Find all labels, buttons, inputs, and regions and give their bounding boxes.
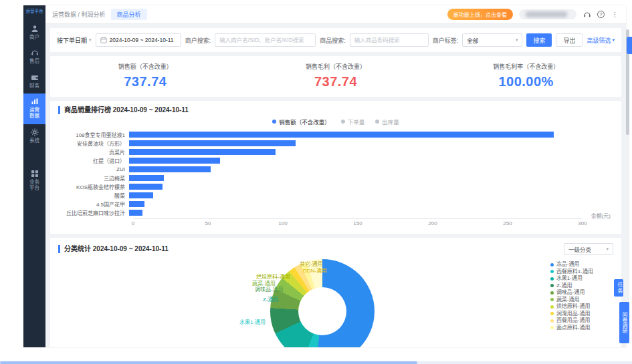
- pie-label: 调味品-通用: [255, 285, 284, 293]
- sidebar-item-label: 运营数据: [29, 107, 40, 120]
- bar[interactable]: [129, 192, 153, 198]
- legend-label: 西餐原料1-通用: [556, 268, 593, 276]
- sidebar-item-label: 系统: [29, 138, 40, 144]
- survey-side-tab[interactable]: 问卷调研: [619, 302, 629, 343]
- bar[interactable]: [129, 175, 164, 181]
- donut-legend-item[interactable]: 面点原料-通用: [550, 325, 593, 332]
- bar[interactable]: [129, 210, 142, 216]
- bar-category-label: 4.5国产花甲: [58, 200, 129, 208]
- legend-dot-icon: [375, 120, 379, 124]
- sidebar-item-system[interactable]: 系统: [23, 124, 45, 148]
- product-ranking-card: 商品销量排行榜 2024-10-09 ~ 2024-10-11 销售额（不含改重…: [50, 101, 621, 234]
- bar[interactable]: [129, 132, 554, 138]
- stat-value: 737.74: [241, 74, 431, 89]
- donut-legend-item[interactable]: 烘焙原料-通用: [550, 303, 593, 311]
- bar-category-label: 108食堂专用蛋挞液1: [58, 131, 129, 138]
- user-phone-masked[interactable]: [519, 9, 576, 19]
- donut-legend-item[interactable]: 西餐用品-通用: [550, 317, 593, 325]
- customer-service-icon[interactable]: [583, 10, 591, 19]
- legend-dot-icon: [550, 263, 554, 266]
- search-button[interactable]: 搜索: [526, 33, 552, 47]
- chevron-down-icon: ▾: [516, 37, 518, 43]
- bar-row: KOS瓶装金桔柠檬茶: [58, 182, 583, 191]
- legend-item[interactable]: 下单量: [341, 118, 365, 126]
- bar-category-label: 丘比培煎芝麻口味沙拉汁: [58, 209, 129, 216]
- floating-side-tab[interactable]: [627, 37, 632, 54]
- bar-category-label: 安佳黄油块（方形）: [58, 140, 129, 147]
- pie-chart-title: 分类统计 2024-10-09 ~ 2024-10-11: [58, 245, 169, 253]
- category-stats-card: 分类统计 2024-10-09 ~ 2024-10-11 一级分类 ▾ 其它-通…: [50, 238, 621, 347]
- sidebar-item-merchant[interactable]: 商户: [23, 21, 45, 45]
- gear-icon: [31, 128, 39, 136]
- more-menu-icon[interactable]: ⋮: [611, 10, 619, 19]
- bar-row: 酸菜: [58, 191, 583, 200]
- bar-row: 108食堂专用蛋挞液1: [58, 130, 583, 139]
- bar[interactable]: [129, 149, 276, 155]
- stat-label: 销售额（不含改重）: [50, 62, 241, 71]
- vertical-scrollbar[interactable]: [626, 29, 629, 342]
- bar-row: 红提（进口）: [58, 156, 583, 165]
- task-side-tab[interactable]: 任务: [614, 279, 623, 297]
- donut-legend-item[interactable]: 蔬菜-通用: [550, 297, 593, 304]
- legend-dot-icon: [550, 277, 554, 281]
- calendar-icon: [100, 37, 107, 43]
- x-axis-unit-label: 金额(元): [591, 212, 611, 219]
- date-type-select[interactable]: 按下单日期 ▾: [57, 36, 92, 45]
- merchant-search-input[interactable]: [215, 33, 316, 47]
- chevron-down-icon: ▾: [89, 37, 92, 43]
- sidebar-item-finance[interactable]: 财务: [23, 69, 45, 94]
- sidebar-item-aftersales[interactable]: 售后: [23, 45, 45, 69]
- pie-label: Z-通用: [263, 295, 279, 303]
- donut-legend-item[interactable]: 西餐原料1-通用: [550, 268, 593, 276]
- donut-hole: [298, 287, 346, 335]
- legend-label: Z-通用: [556, 283, 572, 290]
- legend-item[interactable]: 销售额（不含改重）: [272, 118, 330, 126]
- axis-tick: 100: [278, 220, 287, 226]
- bar-track: [129, 201, 583, 207]
- tab-product-analysis[interactable]: 商品分析: [111, 9, 147, 20]
- export-button[interactable]: 导出: [556, 33, 583, 47]
- bar[interactable]: [129, 166, 211, 172]
- category-level-select[interactable]: 一级分类 ▾: [564, 243, 613, 255]
- bar[interactable]: [129, 140, 296, 146]
- bar-category-label: KOS瓶装金桔柠檬茶: [58, 183, 129, 190]
- legend-dot-icon: [550, 326, 554, 329]
- scrollbar-thumb[interactable]: [0, 361, 417, 364]
- advanced-filter-link[interactable]: 高级筛选 ▾: [587, 36, 615, 45]
- bar[interactable]: [129, 201, 144, 207]
- pie-chart-area: 其它-通用 DDN-通用 烘焙原料-通用 蔬菜-通用 调味品-通用 Z-通用 水…: [58, 259, 613, 347]
- bar-chart: 108食堂专用蛋挞液1安佳黄油块（方形）贡菜片红提（进口）ZUI三边梅菜KOS瓶…: [58, 130, 613, 228]
- horizontal-scrollbar[interactable]: [0, 361, 632, 364]
- bar-category-label: 酸菜: [58, 192, 129, 199]
- legend-label: 面点原料-通用: [556, 325, 591, 332]
- sidebar-item-business-platform[interactable]: 业务平台: [23, 166, 45, 196]
- app-window: 运营平台 商户 售后 财务 运营数据 系统 业务平台 运营数据 / 利润分析: [23, 5, 626, 347]
- product-search-input[interactable]: [350, 33, 429, 47]
- merchant-tag-label: 商户标签:: [433, 36, 459, 45]
- donut-legend-item[interactable]: 润滑用品-通用: [550, 311, 593, 318]
- merchant-tag-value: 全部: [467, 36, 478, 44]
- donut-legend-item[interactable]: 水果1-通用: [550, 275, 593, 283]
- help-icon[interactable]: ?: [597, 11, 605, 18]
- new-feature-banner[interactable]: 新功能上线，点击查看: [447, 9, 513, 20]
- donut-legend-item[interactable]: 调味品-通用: [550, 289, 593, 297]
- content-area: 按下单日期 ▾ 2024-10-09 ~ 2024-10-11 商户搜索: 商品…: [45, 24, 626, 347]
- sidebar-item-operations-data[interactable]: 运营数据: [23, 94, 45, 124]
- bar[interactable]: [129, 158, 220, 164]
- merchant-search-label: 商户搜索:: [185, 36, 211, 45]
- bar[interactable]: [129, 184, 163, 190]
- legend-label: 调味品-通用: [556, 289, 585, 297]
- pie-label: DDN-通用: [303, 266, 327, 274]
- merchant-tag-select[interactable]: 全部 ▾: [462, 33, 522, 47]
- date-range-picker[interactable]: 2024-10-09 ~ 2024-10-11: [96, 33, 181, 47]
- donut-legend-item[interactable]: 冻品-通用: [550, 261, 593, 268]
- legend-dot-icon: [341, 120, 345, 124]
- bar-track: [129, 184, 583, 190]
- bar-category-label: 红提（进口）: [58, 157, 129, 164]
- advanced-filter-label: 高级筛选: [587, 36, 611, 45]
- stat-gross-profit: 销售毛利（不含改重） 737.74: [241, 62, 431, 89]
- bar-row: 三边梅菜: [58, 174, 583, 182]
- legend-label: 销售额（不含改重）: [279, 118, 330, 126]
- donut-legend-item[interactable]: Z-通用: [550, 283, 593, 290]
- legend-item[interactable]: 出库量: [375, 118, 399, 126]
